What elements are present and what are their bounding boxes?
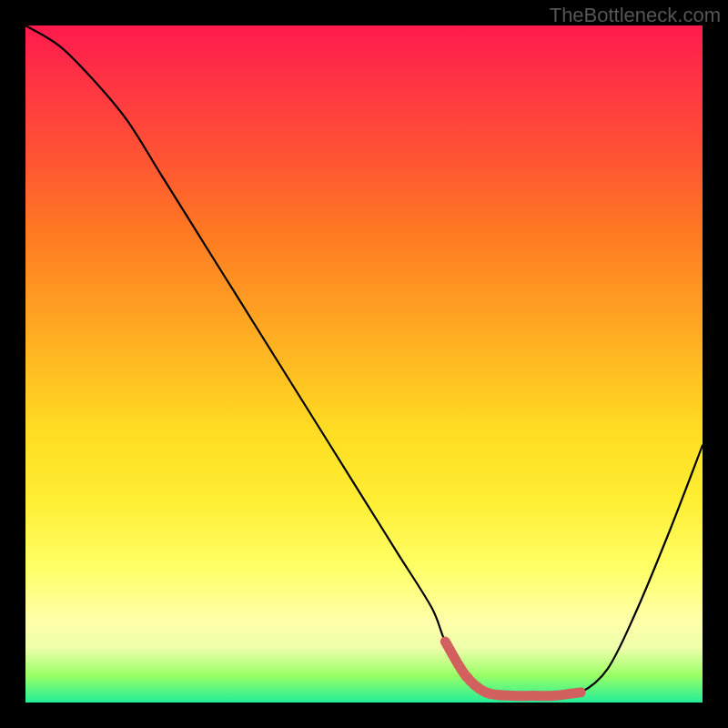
plot-area (25, 25, 703, 703)
bottleneck-curve-path (25, 25, 703, 696)
chart-container: TheBottleneck.com (0, 0, 728, 728)
chart-svg (25, 25, 703, 703)
watermark-text: TheBottleneck.com (550, 4, 721, 27)
highlight-segment-path (445, 642, 581, 696)
